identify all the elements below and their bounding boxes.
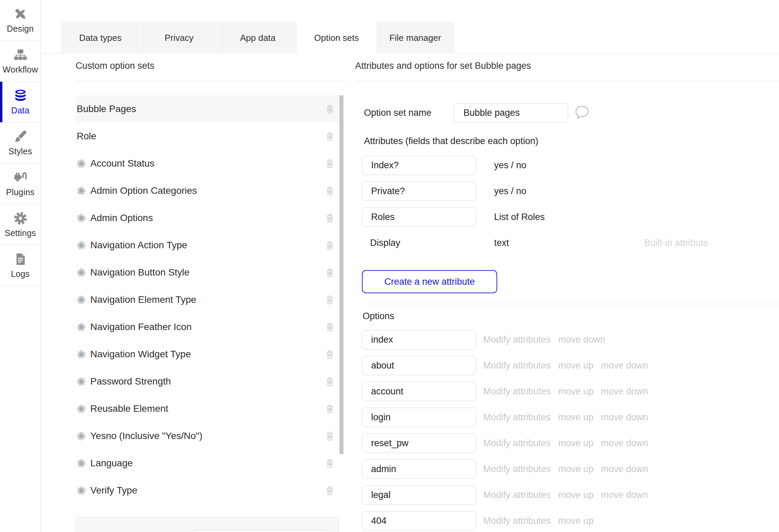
- gear-icon: [77, 350, 86, 359]
- option-action-link[interactable]: Modify attributes: [483, 438, 551, 449]
- sidebar-item-data[interactable]: Data: [0, 82, 41, 123]
- document-icon: [13, 252, 28, 266]
- trash-icon[interactable]: [324, 267, 335, 278]
- option-set-row[interactable]: Admin Options: [76, 204, 343, 232]
- option-set-row[interactable]: Reusable Element: [76, 395, 343, 422]
- attribute-name: Display: [370, 233, 400, 253]
- left-heading-rule: [76, 81, 347, 81]
- trash-icon[interactable]: [324, 158, 335, 169]
- sidebar-item-plugins[interactable]: Plugins: [0, 163, 41, 204]
- trash-icon[interactable]: [324, 376, 335, 387]
- trash-icon[interactable]: [324, 348, 335, 360]
- trash-icon[interactable]: [324, 321, 335, 333]
- trash-icon[interactable]: [324, 212, 335, 224]
- option-action-link[interactable]: Modify attributes: [483, 516, 551, 526]
- trash-icon[interactable]: [324, 103, 335, 115]
- option-set-name: Role: [77, 131, 96, 142]
- option-value-input[interactable]: admin: [362, 459, 476, 479]
- option-set-row[interactable]: Language: [76, 450, 343, 477]
- right-panel-title: Attributes and options for set Bubble pa…: [355, 61, 531, 71]
- option-action-link[interactable]: move up: [558, 360, 594, 371]
- option-set-row[interactable]: Navigation Action Type: [76, 232, 343, 259]
- tab[interactable]: Data types: [61, 22, 139, 54]
- option-set-row[interactable]: Yesno (Inclusive "Yes/No"): [76, 422, 343, 450]
- option-action-link[interactable]: move up: [558, 412, 594, 423]
- option-value-input[interactable]: 404: [362, 511, 476, 531]
- option-set-name-field[interactable]: [454, 103, 568, 123]
- new-option-set-input[interactable]: [192, 530, 327, 532]
- option-action-link[interactable]: move down: [558, 334, 605, 345]
- tab[interactable]: App data: [219, 22, 297, 54]
- sidebar-item-workflow[interactable]: Workflow: [0, 41, 41, 82]
- option-action-link[interactable]: Modify attributes: [483, 334, 551, 345]
- option-set-row[interactable]: Navigation Widget Type: [76, 341, 343, 368]
- option-action-link[interactable]: move down: [601, 490, 648, 500]
- option-set-name-label: Option set name: [364, 103, 431, 123]
- option-action-link[interactable]: move up: [558, 386, 594, 397]
- create-attribute-button[interactable]: Create a new attribute: [362, 270, 497, 293]
- option-action-link[interactable]: move down: [601, 360, 648, 371]
- option-action-link[interactable]: move up: [558, 464, 594, 474]
- attribute-name-input[interactable]: Index?: [362, 156, 476, 175]
- trash-icon[interactable]: [324, 294, 335, 306]
- option-set-row[interactable]: Verify Type: [76, 477, 343, 504]
- option-set-name: Verify Type: [90, 485, 137, 496]
- option-action-link[interactable]: move down: [601, 464, 648, 474]
- attribute-name-input[interactable]: Roles: [362, 207, 476, 227]
- option-actions: Modify attributesmove upmove down: [483, 408, 648, 427]
- option-action-link[interactable]: Modify attributes: [483, 464, 551, 474]
- list-scrollbar-thumb[interactable]: [339, 95, 343, 454]
- option-set-row[interactable]: Role: [76, 123, 343, 150]
- option-set-row[interactable]: Admin Option Categories: [76, 177, 343, 204]
- gear-icon: [77, 214, 86, 223]
- option-actions: Modify attributesmove upmove down: [483, 459, 648, 479]
- trash-icon[interactable]: [324, 457, 335, 469]
- builtin-attribute-label: Built-in attribute: [644, 233, 708, 253]
- brush-icon: [13, 129, 28, 144]
- option-set-row[interactable]: Navigation Button Style: [76, 259, 343, 286]
- option-set-row[interactable]: Account Status: [76, 150, 343, 177]
- option-value-input[interactable]: reset_pw: [362, 434, 476, 453]
- design-icon: [13, 7, 28, 21]
- tab[interactable]: Option sets: [297, 22, 376, 54]
- trash-icon[interactable]: [324, 430, 335, 442]
- option-set-row[interactable]: Navigation Feather Icon: [76, 313, 343, 341]
- gear-icon: [77, 323, 86, 332]
- option-action-link[interactable]: move up: [558, 490, 594, 500]
- sidebar-item-styles[interactable]: Styles: [0, 123, 41, 163]
- option-actions: Modify attributesmove upmove down: [483, 485, 648, 505]
- option-value-input[interactable]: about: [362, 356, 476, 375]
- option-row: admin Modify attributesmove upmove down: [362, 459, 779, 479]
- option-action-link[interactable]: move up: [558, 438, 594, 449]
- option-action-link[interactable]: Modify attributes: [483, 360, 551, 371]
- option-set-row[interactable]: Navigation Element Type: [76, 286, 343, 313]
- trash-icon[interactable]: [324, 239, 335, 251]
- attribute-type: yes / no: [494, 156, 526, 175]
- trash-icon[interactable]: [324, 485, 335, 496]
- trash-icon[interactable]: [324, 185, 335, 197]
- sidebar-item-settings[interactable]: Settings: [0, 204, 41, 245]
- option-action-link[interactable]: Modify attributes: [483, 490, 551, 500]
- option-value-input[interactable]: account: [362, 382, 476, 401]
- sidebar-item-design[interactable]: Design: [0, 0, 41, 41]
- trash-icon[interactable]: [324, 130, 335, 142]
- option-value-input[interactable]: legal: [362, 485, 476, 505]
- sidebar-item-logs[interactable]: Logs: [0, 245, 41, 286]
- tab[interactable]: File manager: [376, 22, 454, 54]
- option-action-link[interactable]: Modify attributes: [483, 412, 551, 423]
- option-action-link[interactable]: move down: [601, 386, 648, 397]
- option-value-input[interactable]: login: [362, 408, 476, 427]
- option-action-link[interactable]: Modify attributes: [483, 386, 551, 397]
- option-set-row[interactable]: Bubble Pages: [76, 95, 343, 123]
- trash-icon[interactable]: [324, 403, 335, 414]
- option-set-row[interactable]: Password Strength: [76, 368, 343, 395]
- sidebar-item-label: Plugins: [6, 187, 34, 197]
- comment-bubble-icon[interactable]: [574, 105, 590, 120]
- option-action-link[interactable]: move down: [601, 412, 648, 423]
- option-action-link[interactable]: move down: [601, 438, 648, 449]
- option-action-link[interactable]: move up: [558, 516, 594, 526]
- option-value-input[interactable]: index: [362, 330, 476, 349]
- attribute-name-input[interactable]: Private?: [362, 182, 476, 201]
- option-set-list: Bubble Pages Role: [76, 95, 343, 504]
- tab[interactable]: Privacy: [140, 22, 218, 54]
